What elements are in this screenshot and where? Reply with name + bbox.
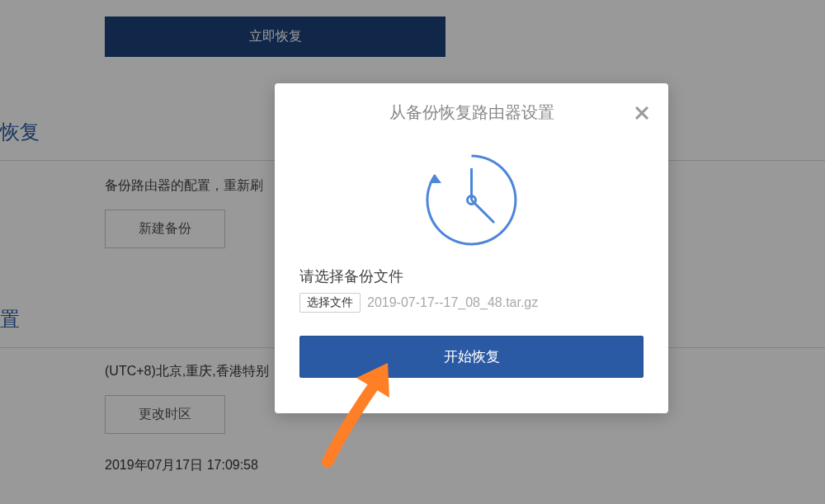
- selected-file-name: 2019-07-17--17_08_48.tar.gz: [367, 295, 538, 310]
- svg-marker-2: [429, 175, 441, 183]
- start-restore-button[interactable]: 开始恢复: [299, 336, 644, 378]
- file-select-label: 请选择备份文件: [299, 266, 644, 286]
- modal-title: 从备份恢复路由器设置: [295, 101, 648, 124]
- close-icon[interactable]: [630, 101, 653, 125]
- restore-clock-icon: [299, 148, 644, 252]
- restore-modal: 从备份恢复路由器设置 请选择备份文件 选择文件 2019-07-17--17_0…: [275, 83, 668, 413]
- choose-file-button[interactable]: 选择文件: [299, 293, 361, 313]
- svg-line-5: [472, 200, 495, 224]
